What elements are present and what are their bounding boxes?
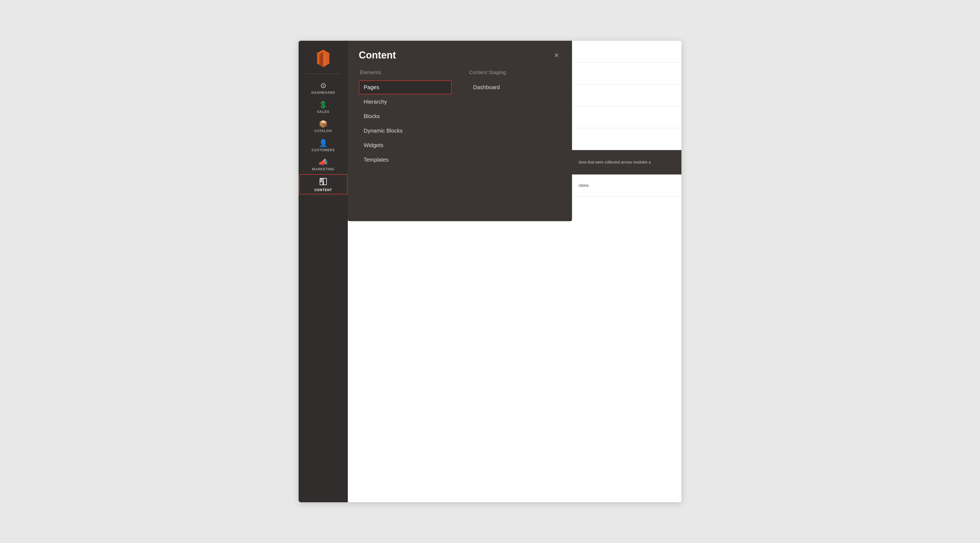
dropdown-columns: Elements Pages Hierarchy Blocks Dynamic … — [359, 70, 561, 167]
elements-column: Elements Pages Hierarchy Blocks Dynamic … — [359, 70, 452, 167]
catalog-icon: 📦 — [319, 120, 328, 127]
close-button[interactable]: × — [552, 51, 561, 60]
app-container: ⊙ DASHBOARD 💲 SALES 📦 CATALOG 👤 CUSTOMER… — [299, 41, 681, 502]
svg-marker-2 — [320, 52, 323, 67]
dropdown-header: Content × — [359, 49, 561, 61]
sidebar-label-content: CONTENT — [315, 188, 332, 192]
content-staging-header: Content Staging — [468, 70, 561, 75]
sales-icon: 💲 — [319, 101, 328, 108]
background-content: tions that were collected across modules… — [572, 41, 681, 502]
bg-row-3 — [572, 84, 681, 107]
bg-row-5 — [572, 128, 681, 150]
sidebar-label-catalog: CATALOG — [315, 129, 332, 133]
sidebar-item-catalog[interactable]: 📦 CATALOG — [299, 116, 348, 135]
sidebar-item-customers[interactable]: 👤 CUSTOMERS — [299, 135, 348, 155]
sidebar-item-dashboard[interactable]: ⊙ DASHBOARD — [299, 78, 348, 97]
svg-rect-6 — [323, 178, 326, 185]
menu-item-hierarchy[interactable]: Hierarchy — [359, 95, 452, 109]
sidebar-divider — [306, 73, 340, 74]
menu-item-blocks[interactable]: Blocks — [359, 109, 452, 123]
bg-row-4 — [572, 107, 681, 128]
sidebar-item-sales[interactable]: 💲 SALES — [299, 97, 348, 116]
sidebar-item-content[interactable]: CONTENT — [299, 174, 348, 195]
dropdown-title: Content — [359, 49, 396, 61]
bg-row-dark-1: tions that were collected across modules… — [572, 150, 681, 175]
bg-text-2: ctions — [579, 183, 589, 188]
content-staging-column: Content Staging Dashboard — [468, 70, 561, 167]
sidebar-label-customers: CUSTOMERS — [312, 148, 335, 152]
bg-row-2 — [572, 63, 681, 84]
customers-icon: 👤 — [319, 139, 328, 146]
logo-area — [299, 41, 348, 73]
menu-item-widgets[interactable]: Widgets — [359, 139, 452, 152]
sidebar: ⊙ DASHBOARD 💲 SALES 📦 CATALOG 👤 CUSTOMER… — [299, 41, 348, 502]
main-area: Content × Elements Pages Hierarchy Block… — [348, 41, 681, 502]
sidebar-label-marketing: MARKETING — [312, 167, 334, 171]
menu-item-dynamic-blocks[interactable]: Dynamic Blocks — [359, 124, 452, 138]
menu-item-templates[interactable]: Templates — [359, 153, 452, 167]
menu-item-staging-dashboard[interactable]: Dashboard — [468, 80, 561, 94]
sidebar-label-dashboard: DASHBOARD — [312, 91, 335, 95]
bg-row-text-1: ctions — [572, 175, 681, 197]
elements-column-header: Elements — [359, 70, 452, 75]
svg-rect-5 — [320, 182, 323, 185]
dashboard-icon: ⊙ — [320, 82, 326, 89]
magento-logo — [313, 48, 333, 68]
svg-rect-4 — [320, 178, 323, 181]
content-dropdown-menu: Content × Elements Pages Hierarchy Block… — [348, 41, 572, 221]
menu-item-pages[interactable]: Pages — [359, 80, 452, 94]
content-icon — [320, 178, 327, 186]
sidebar-item-marketing[interactable]: 📣 MARKETING — [299, 155, 348, 174]
bg-row-1 — [572, 41, 681, 63]
marketing-icon: 📣 — [319, 159, 328, 166]
svg-marker-1 — [323, 52, 327, 67]
sidebar-label-sales: SALES — [317, 110, 329, 114]
bg-text-1: tions that were collected across modules… — [579, 160, 651, 164]
